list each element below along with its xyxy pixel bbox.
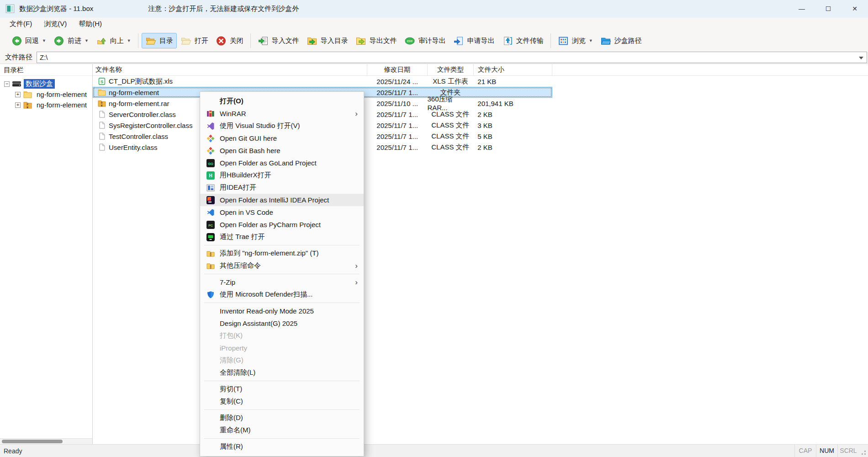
context-menu-item[interactable]: H用HBuilderX打开 [200, 169, 364, 181]
context-menu-item[interactable]: Open Folder as IntelliJ IDEA Project [200, 194, 364, 206]
toolbar-button-file-transfer[interactable]: 文件传输 [498, 33, 547, 48]
no-icon [206, 307, 216, 315]
context-menu-item: iProperty [200, 342, 364, 354]
resize-grip-icon[interactable] [859, 445, 868, 457]
context-menu-item[interactable]: 使用 Microsoft Defender扫描... [200, 288, 364, 301]
minimize-button[interactable]: — [789, 0, 815, 17]
toolbar-button-forward[interactable]: 前进▼ [50, 33, 92, 48]
toolbar-button-import-dir[interactable]: 导入目录 [303, 33, 352, 48]
no-icon [206, 398, 216, 406]
sidebar-horizontal-scrollbar[interactable] [0, 438, 92, 444]
column-header-3[interactable]: 文件大小 [474, 64, 552, 75]
context-menu-item[interactable]: Inventor Read-only Mode 2025 [200, 305, 364, 317]
toolbar-button-label: 导入文件 [272, 37, 299, 45]
context-menu-item[interactable]: 复制(C) [200, 395, 364, 408]
git-icon [206, 147, 216, 155]
dropdown-caret-icon[interactable]: ▼ [42, 38, 46, 43]
maximize-button[interactable]: ☐ [815, 0, 842, 17]
toolbar-button-import-file[interactable]: 导入文件 [254, 33, 303, 48]
context-menu-item-label: WinRAR [220, 110, 246, 117]
tree-item[interactable]: −数据沙盒 [0, 79, 92, 89]
tree-expander-icon[interactable]: + [15, 102, 21, 108]
context-menu-item-label: 使用 Visual Studio 打开(V) [220, 122, 300, 130]
folder-icon [23, 90, 32, 98]
context-menu-item[interactable]: 打开(O) [200, 95, 364, 107]
context-menu-item[interactable]: Design Assistant(G) 2025 [200, 317, 364, 329]
file-type-cell: XLS 工作表 [428, 76, 474, 86]
context-menu-separator [204, 381, 360, 381]
context-menu-item[interactable]: 剪切(T) [200, 383, 364, 395]
context-menu-item[interactable]: 用IDEA打开 [200, 181, 364, 194]
menubar-item-2[interactable]: 帮助(H) [73, 18, 108, 30]
main-area: 目录栏 −数据沙盒+ng-form-element+ng-form-elemen… [0, 64, 868, 444]
context-menu-item[interactable]: 重命名(M) [200, 424, 364, 436]
context-menu-item[interactable]: Open Git Bash here [200, 144, 364, 157]
toolbar-button-apply-export[interactable]: 申请导出 [450, 33, 498, 48]
toolbar-button-label: 导入目录 [321, 37, 348, 45]
directory-icon [145, 36, 157, 46]
classfile-icon [98, 143, 106, 151]
toolbar-button-open-folder[interactable]: 打开 [177, 33, 212, 48]
context-menu-item[interactable]: PCOpen Folder as PyCharm Project [200, 218, 364, 231]
status-text: Ready [0, 447, 794, 455]
toolbar-button-up[interactable]: 向上▼ [92, 33, 135, 48]
file-type-cell: CLASS 文件 [428, 142, 474, 152]
toolbar-button-close-red[interactable]: 关闭 [212, 33, 247, 48]
context-menu-item[interactable]: GOOpen Folder as GoLand Project [200, 157, 364, 169]
tree-item[interactable]: +ng-form-element [0, 100, 92, 110]
no-icon [206, 332, 216, 340]
context-menu-item[interactable]: 删除(D) [200, 412, 364, 424]
toolbar-button-sandbox-path[interactable]: 沙盒路径 [597, 33, 646, 48]
no-icon [206, 369, 216, 377]
toolbar-button-browse[interactable]: 浏览▼ [554, 33, 597, 48]
forward-icon [53, 36, 65, 46]
file-type-cell: CLASS 文件 [428, 131, 474, 141]
dropdown-caret-icon[interactable]: ▼ [589, 38, 593, 43]
context-menu-item[interactable]: 通过 Trae 打开 [200, 231, 364, 243]
context-menu-item[interactable]: 全部清除(L) [200, 367, 364, 379]
context-menu-item[interactable]: WinRAR› [200, 107, 364, 120]
file-path-input[interactable]: Z:\ [37, 52, 867, 63]
tree-item[interactable]: +ng-form-element [0, 89, 92, 100]
context-menu-item[interactable]: Open Git GUI here [200, 132, 364, 144]
menubar-item-0[interactable]: 文件(F) [4, 18, 38, 30]
menubar-item-1[interactable]: 浏览(V) [38, 18, 73, 30]
context-menu-item[interactable]: 其他压缩命令› [200, 260, 364, 272]
context-menu-item[interactable]: Open in VS Code [200, 206, 364, 218]
status-indicator-num: NUM [816, 445, 837, 457]
context-menu-item-label: 添加到 "ng-form-element.zip" (T) [220, 249, 319, 258]
column-header-1[interactable]: 修改日期 [367, 64, 428, 75]
file-type-cell: 360压缩 RAR... [428, 98, 474, 108]
toolbar-button-audit-export[interactable]: exe审计导出 [401, 33, 450, 48]
submenu-arrow-icon: › [355, 262, 358, 270]
column-header-0[interactable]: 文件名称 [93, 64, 367, 75]
toolbar-button-export-file[interactable]: 导出文件 [352, 33, 401, 48]
toolbar-button-label: 打开 [195, 37, 208, 45]
file-type-cell: CLASS 文件 [428, 109, 474, 119]
vscode-icon [206, 208, 216, 217]
file-row[interactable]: SCT_DLP测试数据.xls2025/11/24 ...XLS 工作表21 K… [93, 76, 552, 87]
context-menu-item-label: 打包(K) [220, 331, 243, 340]
context-menu-item[interactable]: 7-Zip› [200, 276, 364, 288]
column-header-2[interactable]: 文件类型 [428, 64, 474, 75]
toolbar-button-directory[interactable]: 目录 [142, 33, 177, 48]
toolbar-button-back[interactable]: 回退▼ [7, 33, 50, 48]
dropdown-caret-icon[interactable]: ▼ [127, 38, 131, 43]
context-menu-item[interactable]: 添加到 "ng-form-element.zip" (T) [200, 247, 364, 260]
close-button[interactable]: ✕ [842, 0, 868, 17]
context-menu-item[interactable]: 属性(R) [200, 441, 364, 453]
import-file-icon [258, 36, 269, 46]
context-menu-item-label: 全部清除(L) [220, 368, 255, 377]
context-menu-item-label: 删除(D) [220, 414, 243, 422]
path-dropdown-icon[interactable] [859, 57, 863, 59]
classfile-icon [98, 122, 106, 129]
toolbar-button-label: 导出文件 [370, 37, 397, 45]
scrollbar-thumb[interactable] [2, 440, 63, 443]
context-menu-item-label: Open in VS Code [220, 208, 273, 216]
tree-expander-icon[interactable]: − [4, 81, 10, 87]
dropdown-caret-icon[interactable]: ▼ [85, 38, 89, 43]
context-menu-item[interactable]: 使用 Visual Studio 打开(V) [200, 120, 364, 132]
tree-expander-icon[interactable]: + [15, 92, 21, 97]
winrar-icon [206, 110, 216, 118]
window-notice: 注意：沙盒打开后，无法新建或保存文件到沙盒外 [148, 5, 299, 13]
